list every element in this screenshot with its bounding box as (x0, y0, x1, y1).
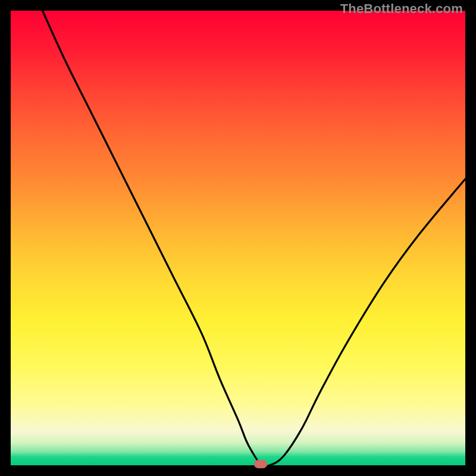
bottleneck-curve (11, 11, 465, 465)
optimal-point-marker (254, 460, 267, 468)
chart-frame: TheBottleneck.com (0, 0, 476, 476)
